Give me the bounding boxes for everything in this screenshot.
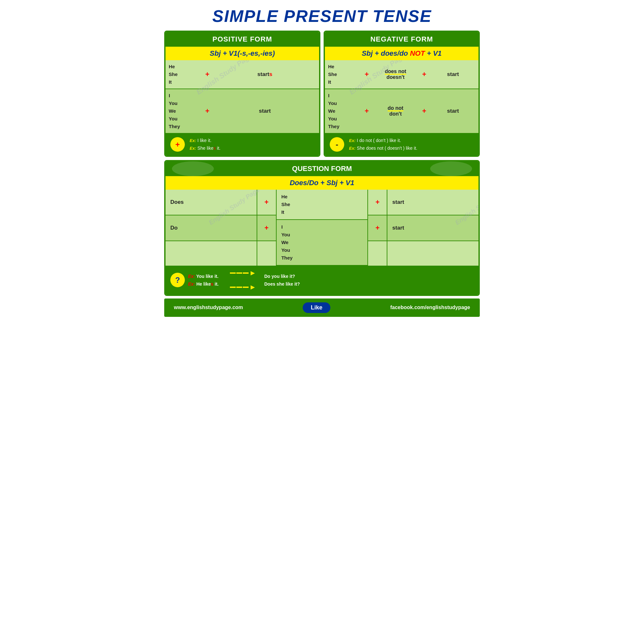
question-formula: Does/Do + Sbj + V1 (166, 176, 478, 190)
negative-subjects-1: HeSheIt (328, 63, 360, 86)
question-aux-col: Does Do (166, 190, 257, 266)
positive-row-2: IYouWeYouThey + start (166, 89, 319, 134)
positive-subjects-2: IYouWeYouThey (169, 92, 201, 130)
negative-plus-2: + (360, 107, 373, 115)
footer: www.englishstudypage.com Like facebook.c… (164, 298, 480, 317)
question-subjects-2: IYouWeYouThey (281, 223, 293, 262)
question-plus-col2: + + (368, 190, 387, 266)
positive-examples: Ex: I like it. Ex: She likes it. (190, 137, 221, 152)
question-subj-1: HeSheIt (277, 190, 368, 220)
positive-example-bar: + Ex: I like it. Ex: She likes it. (166, 134, 319, 156)
negative-examples: Ex: I do not ( don't ) like it. Ex: She … (349, 137, 417, 152)
question-plus-2: + (257, 215, 276, 241)
question-header-label: QUESTION FORM (292, 165, 352, 173)
negative-table: English Study Page HeSheIt + does not do… (325, 60, 478, 134)
positive-sign: + (170, 137, 185, 152)
question-plus2-2: + (368, 215, 387, 241)
negative-formula: Sbj + does/do NOT + V1 (325, 47, 478, 60)
question-ex-1-right: Do you like it? (264, 274, 474, 279)
positive-table: English Study Page HeSheIt + starts IYou… (166, 60, 319, 134)
question-verb-word-2: start (392, 225, 404, 231)
question-left-examples: Ex: You like it. Ex: He likes it. (188, 274, 219, 287)
question-ex-2-left: Ex: He likes it. (188, 281, 219, 287)
negative-negverb-1: does not doesn't (373, 69, 418, 80)
positive-row-1: HeSheIt + starts (166, 60, 319, 89)
question-form-box: QUESTION FORM Does/Do + Sbj + V1 English… (164, 160, 480, 296)
negative-formula-end: + V1 (425, 49, 442, 57)
negative-example-bar: - Ex: I do not ( don't ) like it. Ex: Sh… (325, 134, 478, 156)
question-subj-2: IYouWeYouThey (277, 220, 368, 266)
footer-right-url: facebook.com/englishstudypage (390, 305, 470, 310)
negative-row-2: IYouWeYouThey + do not don't + start (325, 89, 478, 134)
negative-plus2-1: + (418, 70, 431, 79)
question-arrows: ► ► (230, 269, 256, 291)
negative-verb-1: start (431, 71, 476, 78)
negative-header: NEGATIVE FORM (325, 32, 478, 47)
question-verb-col: start start (387, 190, 478, 266)
positive-form-box: POSITIVE FORM Sbj + V1(-s,-es,-ies) Engl… (164, 31, 320, 157)
question-table: English Study Page English Study Page Do… (166, 190, 478, 266)
question-header: QUESTION FORM (166, 161, 478, 176)
question-ex-1-left: Ex: You like it. (188, 274, 219, 279)
negative-subjects-2: IYouWeYouThey (328, 92, 360, 130)
footer-like-button[interactable]: Like (303, 302, 330, 313)
question-plus-col1: + + (257, 190, 277, 266)
question-subjects-1: HeSheIt (281, 193, 290, 216)
positive-verb-2: start (214, 108, 316, 114)
negative-formula-start: Sbj + does/do (362, 49, 410, 57)
footer-left-url: www.englishstudypage.com (174, 305, 243, 310)
positive-plus-1: + (201, 70, 214, 79)
positive-subjects-1: HeSheIt (169, 63, 201, 86)
negative-verb-2: start (431, 108, 476, 114)
negative-plus-1: + (360, 70, 373, 79)
positive-verb-1: starts (214, 71, 316, 78)
question-sign: ? (170, 273, 185, 287)
question-does-cell: Does (166, 190, 257, 215)
question-subj-col: HeSheIt IYouWeYouThey (277, 190, 368, 266)
question-right-examples: Do you like it? Does she like it? (264, 274, 474, 287)
positive-plus-2: + (201, 107, 214, 115)
question-verb-1: start (387, 190, 478, 215)
question-example-bar: ? Ex: You like it. Ex: He likes it. ► ► (166, 266, 478, 295)
negative-plus2-2: + (418, 107, 431, 115)
main-title: SIMPLE PRESENT TENSE (164, 3, 480, 31)
question-arrow-1: ► (230, 269, 256, 277)
question-do: Do (170, 225, 178, 231)
negative-not-word: NOT (410, 49, 425, 57)
question-does: Does (170, 199, 184, 205)
negative-row-1: HeSheIt + does not doesn't + start (325, 60, 478, 89)
positive-header: POSITIVE FORM (166, 32, 319, 47)
question-plus2-1: + (368, 190, 387, 215)
positive-formula: Sbj + V1(-s,-es,-ies) (166, 47, 319, 60)
question-arrow-2: ► (230, 283, 256, 291)
negative-sign: - (330, 137, 344, 152)
negative-negverb-2: do not don't (373, 105, 418, 117)
question-do-cell: Do (166, 215, 257, 241)
negative-form-box: NEGATIVE FORM Sbj + does/do NOT + V1 Eng… (324, 31, 480, 157)
question-verb-2: start (387, 215, 478, 241)
question-verb-word-1: start (392, 199, 404, 205)
question-plus-1: + (257, 190, 276, 215)
question-ex-2-right: Does she like it? (264, 281, 474, 287)
